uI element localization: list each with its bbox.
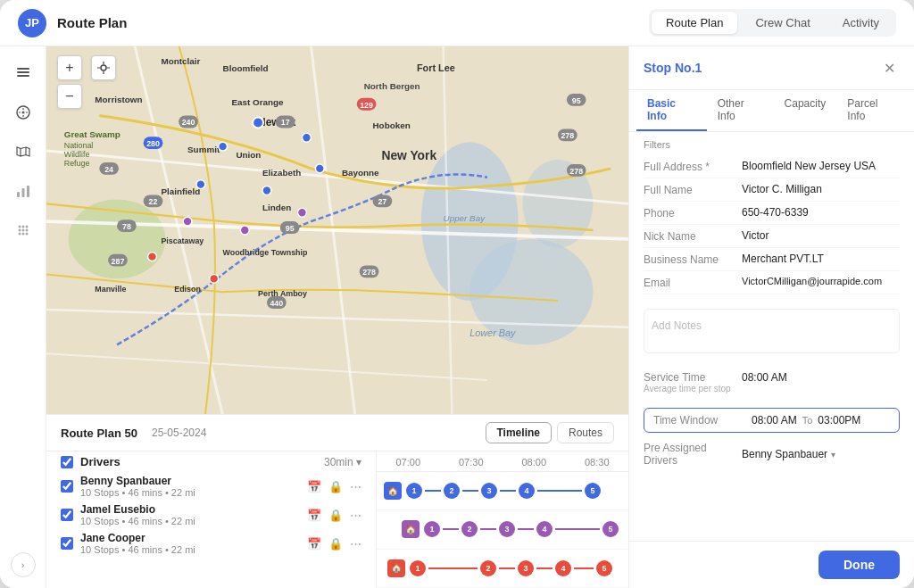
value-business-name: Merchant PVT.LT — [742, 253, 900, 265]
map-controls: + − — [57, 55, 82, 109]
svg-text:Edison: Edison — [174, 285, 201, 294]
info-row-phone: Phone 650-470-6339 — [644, 202, 900, 225]
tab-parcel-info[interactable]: Parcel Info — [836, 90, 907, 131]
info-row-business: Business Name Merchant PVT.LT — [644, 248, 900, 271]
service-time-label: Service Time — [644, 371, 742, 384]
lock-icon-0[interactable]: 🔒 — [328, 480, 343, 493]
svg-text:95: 95 — [286, 224, 295, 233]
drivers-label: Drivers — [80, 455, 317, 468]
zoom-in-button[interactable]: + — [57, 55, 82, 80]
timeline-row-0: 🏠 1 2 3 4 5 — [377, 472, 628, 510]
avatar: JP — [18, 9, 46, 37]
info-row-email: Email VictorCMilligan@jourrapide.com — [644, 271, 900, 294]
stop-badge-2-4: 4 — [555, 560, 571, 576]
grid-icon[interactable] — [7, 214, 39, 246]
calendar-icon-0[interactable]: 📅 — [307, 480, 321, 493]
timeline-row-2: 🏠 1 2 3 4 5 — [377, 550, 628, 588]
routes-toggle-button[interactable]: Routes — [557, 422, 614, 443]
svg-text:280: 280 — [146, 139, 160, 148]
timeline-toggle-button[interactable]: Timeline — [486, 422, 552, 443]
header: JP Route Plan Route Plan Crew Chat Activ… — [0, 0, 914, 46]
info-section: Filters Full Address * Bloomfield New Je… — [629, 132, 914, 302]
locate-button[interactable] — [91, 55, 116, 80]
tab-route-plan[interactable]: Route Plan — [652, 12, 737, 34]
time-window-row: Time Window 08:00 AM To 03:00PM — [644, 408, 900, 433]
map-icon[interactable] — [7, 136, 39, 168]
pre-assigned-value: Benny Spanbauer — [742, 448, 827, 460]
svg-point-60 — [240, 226, 249, 235]
tab-basic-info[interactable]: Basic Info — [636, 90, 707, 131]
svg-text:Perth Amboy: Perth Amboy — [258, 289, 307, 298]
svg-point-54 — [302, 133, 311, 142]
done-button[interactable]: Done — [818, 551, 900, 579]
label-full-name: Full Name — [644, 183, 742, 196]
zoom-out-button[interactable]: − — [57, 84, 82, 109]
info-row-nickname: Nick Name Victor — [644, 225, 900, 248]
tab-capacity[interactable]: Capacity — [774, 90, 837, 131]
calendar-icon-2[interactable]: 📅 — [307, 537, 321, 551]
timeline-time-1: 07:30 — [440, 457, 503, 468]
compass-icon[interactable] — [7, 96, 39, 128]
more-icon-1[interactable]: ⋯ — [350, 509, 361, 522]
pre-assigned-driver-select[interactable]: Benny Spanbauer ▾ — [742, 448, 835, 460]
calendar-icon-1[interactable]: 📅 — [307, 509, 321, 522]
svg-text:Piscataway: Piscataway — [161, 236, 204, 245]
svg-point-9 — [21, 226, 24, 228]
stop-badge-1-2: 2 — [461, 521, 478, 537]
svg-point-62 — [148, 253, 157, 261]
svg-text:Union: Union — [236, 150, 261, 160]
tab-other-info[interactable]: Other Info — [707, 90, 774, 131]
stop-badge-0-1: 1 — [406, 483, 422, 499]
label-phone: Phone — [644, 206, 742, 219]
svg-text:22: 22 — [149, 197, 158, 206]
svg-text:17: 17 — [281, 118, 290, 127]
value-nick-name: Victor — [742, 229, 900, 242]
svg-text:Morristown: Morristown — [95, 95, 142, 104]
stop-badge-1-3: 3 — [499, 521, 515, 537]
panel-title: Stop No.1 — [644, 61, 878, 75]
driver-name-2: Jane Cooper — [80, 532, 300, 544]
stop-badge-1-5: 5 — [602, 521, 619, 537]
bottom-panel: Route Plan 50 25-05-2024 Timeline Routes… — [46, 414, 628, 588]
svg-text:27: 27 — [378, 197, 386, 206]
timeline-time-2: 08:00 — [503, 457, 566, 468]
tab-crew-chat[interactable]: Crew Chat — [741, 12, 824, 34]
svg-point-55 — [219, 142, 228, 151]
label-nick-name: Nick Name — [644, 229, 742, 243]
map-area[interactable]: Fort Lee North Bergen Hoboken Newark New… — [46, 46, 628, 414]
lock-icon-2[interactable]: 🔒 — [328, 537, 343, 551]
svg-point-58 — [262, 186, 271, 195]
driver-checkbox-2[interactable] — [61, 537, 73, 550]
svg-text:Woodbridge Township: Woodbridge Township — [223, 248, 308, 257]
panel-tabs: Basic Info Other Info Capacity Parcel In… — [629, 90, 914, 132]
driver-action-icons-1: 📅 🔒 ⋯ — [307, 509, 361, 522]
driver-checkbox-0[interactable] — [61, 480, 73, 493]
svg-text:Plainfield: Plainfield — [161, 186, 200, 196]
driver-checkbox-1[interactable] — [61, 509, 73, 521]
body: › — [0, 46, 914, 588]
more-icon-2[interactable]: ⋯ — [350, 537, 361, 551]
more-icon-0[interactable]: ⋯ — [350, 480, 361, 493]
svg-text:Linden: Linden — [262, 203, 291, 212]
sidebar-collapse-arrow[interactable]: › — [11, 552, 36, 577]
label-business-name: Business Name — [644, 253, 742, 266]
chart-icon[interactable] — [7, 175, 39, 207]
svg-text:Manville: Manville — [95, 285, 126, 294]
lock-icon-1[interactable]: 🔒 — [328, 509, 343, 522]
driver-stats-1: 10 Stops • 46 mins • 22 mi — [80, 516, 300, 526]
notes-area[interactable]: Add Notes — [644, 309, 900, 353]
bottom-header: Route Plan 50 25-05-2024 Timeline Routes — [46, 415, 628, 451]
svg-text:129: 129 — [360, 101, 373, 110]
stop-badge-0-4: 4 — [519, 483, 535, 499]
svg-text:Hoboken: Hoboken — [373, 120, 411, 130]
stop-badge-2-5: 5 — [596, 560, 612, 576]
svg-point-12 — [21, 229, 24, 232]
drivers-checkbox[interactable] — [61, 456, 73, 468]
tab-activity[interactable]: Activity — [828, 12, 893, 34]
label-full-address: Full Address * — [644, 160, 742, 173]
svg-text:Refuge: Refuge — [64, 159, 90, 168]
close-button[interactable]: ✕ — [878, 57, 900, 79]
driver-stats-0: 10 Stops • 46 mins • 22 mi — [80, 487, 300, 498]
layers-icon[interactable] — [7, 57, 39, 89]
stop-badge-2-3: 3 — [518, 560, 534, 576]
